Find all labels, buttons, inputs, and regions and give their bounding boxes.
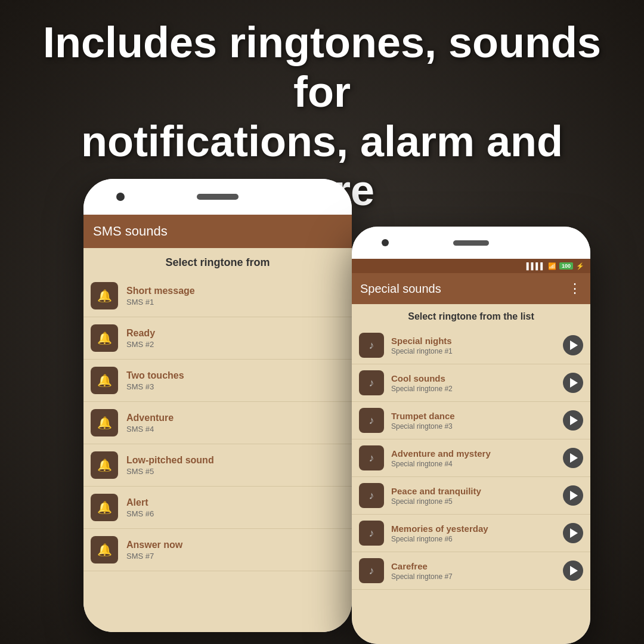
list-item[interactable]: ♪ Peace and tranquility Special ringtone… (352, 477, 590, 515)
status-bar: ▌▌▌▌ 📶 100 ⚡ (352, 259, 590, 273)
rt-sub-2: Special ringtone #2 (391, 385, 563, 393)
ringtone-icon-5: ♪ (359, 483, 384, 508)
list-item[interactable]: 🔔 Adventure SMS #4 (83, 402, 352, 444)
list-item[interactable]: 🔔 Short message SMS #1 (83, 275, 352, 317)
wifi-icon: 📶 (548, 262, 556, 270)
battery-icon: 100 (559, 262, 573, 270)
phone-back-top-bar (83, 179, 352, 215)
sms-name-7: Answer now (126, 540, 182, 550)
sms-icon-5: 🔔 (91, 451, 118, 479)
ringtone-icon-1: ♪ (359, 333, 384, 358)
front-list-header: Select ringtone from the list (352, 304, 590, 327)
sms-sub-3: SMS #3 (126, 382, 184, 391)
charging-icon: ⚡ (576, 262, 584, 270)
sms-name-2: Ready (126, 328, 155, 339)
play-button-2[interactable] (563, 373, 583, 393)
rt-name-3: Trumpet dance (391, 411, 563, 421)
rt-sub-1: Special ringtone #1 (391, 347, 563, 355)
list-item[interactable]: ♪ Trumpet dance Special ringtone #3 (352, 402, 590, 439)
list-item[interactable]: 🔔 Answer now SMS #7 (83, 529, 352, 571)
list-item[interactable]: 🔔 Alert SMS #6 (83, 487, 352, 529)
list-item[interactable]: 🔔 Ready SMS #2 (83, 317, 352, 360)
rt-name-6: Memories of yesterday (391, 524, 563, 534)
list-item[interactable]: ♪ Adventure and mystery Special ringtone… (352, 439, 590, 477)
rt-sub-3: Special ringtone #3 (391, 422, 563, 431)
play-button-4[interactable] (563, 448, 583, 468)
front-phone-camera (382, 239, 389, 246)
play-button-3[interactable] (563, 410, 583, 431)
play-button-7[interactable] (563, 561, 583, 581)
ringtone-icon-6: ♪ (359, 521, 384, 546)
ringtone-icon-3: ♪ (359, 408, 384, 433)
ringtone-icon-2: ♪ (359, 370, 384, 395)
ringtone-icon-4: ♪ (359, 445, 384, 470)
list-item[interactable]: ♪ Memories of yesterday Special ringtone… (352, 515, 590, 552)
sms-sub-5: SMS #5 (126, 467, 214, 476)
sms-list: 🔔 Short message SMS #1 🔔 Ready SMS #2 🔔 (83, 275, 352, 571)
sms-sub-6: SMS #6 (126, 509, 154, 518)
sms-name-5: Low-pitched sound (126, 455, 214, 466)
rt-name-1: Special nights (391, 336, 563, 346)
sms-icon-3: 🔔 (91, 367, 118, 394)
list-item[interactable]: ♪ Special nights Special ringtone #1 (352, 327, 590, 364)
sms-sub-2: SMS #2 (126, 340, 155, 349)
rt-name-2: Cool sounds (391, 373, 563, 383)
rt-sub-5: Special ringtone #5 (391, 497, 563, 506)
list-item[interactable]: ♪ Cool sounds Special ringtone #2 (352, 364, 590, 402)
rt-name-4: Adventure and mystery (391, 448, 563, 459)
sms-sub-1: SMS #1 (126, 298, 195, 306)
sms-sub-4: SMS #4 (126, 425, 174, 434)
play-button-5[interactable] (563, 485, 583, 506)
list-item[interactable]: 🔔 Two touches SMS #3 (83, 360, 352, 402)
back-list-header: Select ringtone from (83, 248, 352, 275)
front-phone-screen: ▌▌▌▌ 📶 100 ⚡ Special sounds ⋮ Select rin… (352, 259, 590, 644)
phone-back: SMS sounds Select ringtone from 🔔 Short … (83, 179, 352, 632)
back-phone-speaker (197, 194, 239, 200)
front-phone-speaker (453, 240, 489, 246)
sms-icon-1: 🔔 (91, 282, 118, 309)
rt-name-7: Carefree (391, 561, 563, 571)
sms-icon-4: 🔔 (91, 409, 118, 436)
rt-sub-4: Special ringtone #4 (391, 460, 563, 468)
sms-icon-2: 🔔 (91, 324, 118, 352)
sms-name-6: Alert (126, 497, 154, 508)
phone-front-top-bar (352, 227, 590, 259)
front-app-title: Special sounds (360, 282, 441, 296)
sms-name-3: Two touches (126, 370, 184, 381)
back-phone-screen: SMS sounds Select ringtone from 🔔 Short … (83, 215, 352, 632)
back-app-bar: SMS sounds (83, 215, 352, 248)
sms-name-4: Adventure (126, 413, 174, 423)
rt-name-5: Peace and tranquility (391, 486, 563, 496)
back-app-title: SMS sounds (93, 224, 168, 239)
play-button-1[interactable] (563, 335, 583, 355)
rt-sub-6: Special ringtone #6 (391, 535, 563, 543)
sms-icon-6: 🔔 (91, 494, 118, 521)
phone-front: ▌▌▌▌ 📶 100 ⚡ Special sounds ⋮ Select rin… (352, 227, 590, 644)
signal-icon: ▌▌▌▌ (527, 262, 545, 270)
back-phone-camera (116, 193, 125, 201)
menu-dots-icon[interactable]: ⋮ (568, 281, 582, 296)
front-app-bar: Special sounds ⋮ (352, 273, 590, 304)
list-item[interactable]: ♪ Carefree Special ringtone #7 (352, 552, 590, 590)
list-item[interactable]: 🔔 Low-pitched sound SMS #5 (83, 444, 352, 487)
play-button-6[interactable] (563, 523, 583, 543)
phones-container: SMS sounds Select ringtone from 🔔 Short … (54, 179, 590, 644)
sms-name-1: Short message (126, 286, 195, 296)
ringtone-icon-7: ♪ (359, 558, 384, 583)
sms-icon-7: 🔔 (91, 536, 118, 564)
rt-sub-7: Special ringtone #7 (391, 572, 563, 581)
sms-sub-7: SMS #7 (126, 552, 182, 561)
